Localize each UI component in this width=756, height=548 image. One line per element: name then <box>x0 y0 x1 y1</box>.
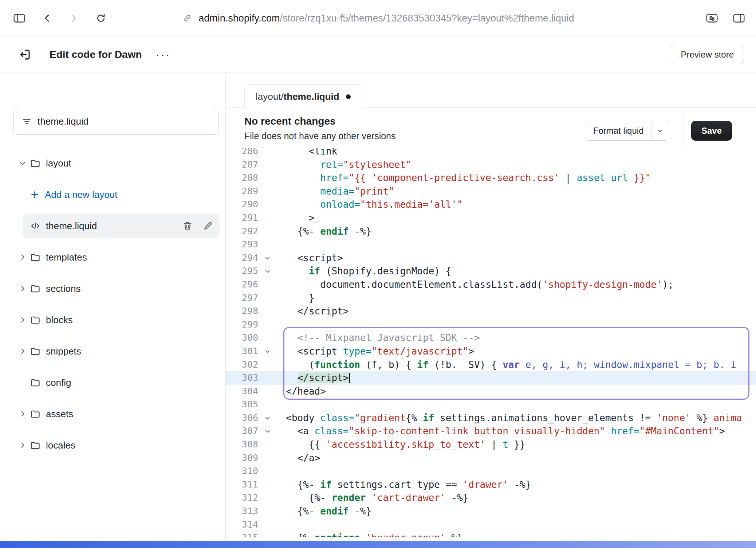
fold-toggle-icon[interactable] <box>260 411 275 425</box>
code-line-309[interactable]: 309 </a> <box>226 451 756 465</box>
chevron-right-icon[interactable] <box>18 253 27 261</box>
line-number: 314 <box>226 518 260 532</box>
unsaved-changes-dot <box>346 94 351 99</box>
code-line-293[interactable]: 293 <box>226 238 756 251</box>
line-number: 308 <box>226 438 260 451</box>
code-line-296[interactable]: 296 document.documentElement.classList.a… <box>226 278 756 291</box>
format-liquid-button[interactable]: Format liquid <box>585 121 669 141</box>
url-text: admin.shopify.com/store/rzq1xu-f5/themes… <box>198 13 574 24</box>
code-line-300[interactable]: 300 <!-- Mixpanel Javascript SDK --> <box>226 331 756 345</box>
folder-icon <box>30 158 41 169</box>
code-line-301[interactable]: 301 <script type="text/javascript"> <box>226 345 756 358</box>
folder-icon <box>30 440 41 451</box>
line-number: 311 <box>226 478 260 492</box>
code-line-303[interactable]: 303 </script> <box>226 371 756 385</box>
code-line-298[interactable]: 298 </script> <box>226 305 756 318</box>
code-editor[interactable]: 286 <link287 rel="stylesheet"288 href="{… <box>226 148 756 537</box>
tab-theme-liquid[interactable]: layout/theme.liquid <box>244 84 362 109</box>
line-number: 294 <box>226 251 260 265</box>
code-line-291[interactable]: 291 > <box>226 211 756 225</box>
code-line-292[interactable]: 292 {%- endif -%} <box>226 225 756 238</box>
code-line-313[interactable]: 313 {%- endif -%} <box>226 505 756 518</box>
chevron-right-icon[interactable] <box>18 441 27 449</box>
code-line-312[interactable]: 312 {%- render 'cart-drawer' -%} <box>226 491 756 505</box>
chevron-right-icon[interactable] <box>18 285 27 293</box>
code-line-315[interactable]: 315 {% sections 'header-group' %} <box>226 531 756 537</box>
code-line-305[interactable]: 305 <box>226 398 756 411</box>
line-number: 286 <box>226 148 260 158</box>
sidebar-toggle-icon[interactable] <box>13 13 25 24</box>
file-filter-input[interactable]: theme.liquid <box>13 108 218 135</box>
line-number: 301 <box>226 345 260 358</box>
line-number: 300 <box>226 331 260 345</box>
desktop-edge-strip <box>0 541 756 548</box>
fold-toggle-icon[interactable] <box>260 345 275 358</box>
divider <box>682 109 683 147</box>
line-number: 309 <box>226 451 260 465</box>
code-line-310[interactable]: 310 <box>226 465 756 478</box>
code-line-289[interactable]: 289 media="print" <box>226 185 756 198</box>
reload-icon[interactable] <box>95 13 106 24</box>
code-line-302[interactable]: 302 (function (f, b) { if (!b.__SV) { va… <box>226 358 756 372</box>
status-title: No recent changes <box>244 114 396 128</box>
code-line-306[interactable]: 306 <body class="gradient{% if settings.… <box>226 411 756 425</box>
back-icon[interactable] <box>42 13 52 24</box>
code-line-290[interactable]: 290 onload="this.media='all'" <box>226 198 756 211</box>
link-icon <box>182 13 193 24</box>
sidebar-item-config[interactable]: config <box>0 367 226 398</box>
sidebar-item-blocks[interactable]: blocks <box>0 304 226 336</box>
address-bar[interactable]: admin.shopify.com/store/rzq1xu-f5/themes… <box>182 0 574 36</box>
code-line-299[interactable]: 299 <box>226 318 756 332</box>
sidebar-item-assets[interactable]: assets <box>0 398 226 430</box>
folder-icon <box>30 314 41 325</box>
page-title: Edit code for Dawn <box>50 49 142 60</box>
sidebar-item-snippets[interactable]: snippets <box>0 336 226 367</box>
app-header: Edit code for Dawn ··· Preview store <box>0 36 756 73</box>
delete-icon[interactable] <box>182 220 193 231</box>
code-line-314[interactable]: 314 <box>226 518 756 532</box>
code-line-297[interactable]: 297 } <box>226 291 756 305</box>
code-line-311[interactable]: 311 {%- if settings.cart_type == 'drawer… <box>226 478 756 492</box>
extensions-icon[interactable] <box>706 13 718 24</box>
fold-toggle-icon[interactable] <box>260 265 275 278</box>
chevron-right-icon[interactable] <box>18 410 27 418</box>
code-line-286[interactable]: 286 <link <box>226 148 756 158</box>
line-number: 289 <box>226 185 260 198</box>
code-line-288[interactable]: 288 href="{{ 'component-predictive-searc… <box>226 171 756 185</box>
sidebar-item-layout[interactable]: layout <box>0 148 226 179</box>
code-file-icon <box>30 220 41 231</box>
line-number: 292 <box>226 225 260 238</box>
folder-icon <box>30 283 41 294</box>
chevron-right-icon[interactable] <box>18 316 27 324</box>
forward-icon[interactable] <box>68 13 79 24</box>
preview-store-button[interactable]: Preview store <box>671 45 744 64</box>
code-editor-panel: layout/theme.liquid No recent changes Fi… <box>226 73 756 541</box>
folder-icon <box>30 346 41 357</box>
folder-icon <box>30 252 41 263</box>
line-number: 313 <box>226 505 260 518</box>
save-button[interactable]: Save <box>691 121 732 141</box>
chevron-down-icon[interactable] <box>18 159 27 167</box>
line-number: 306 <box>226 411 260 425</box>
fold-toggle-icon[interactable] <box>260 424 275 438</box>
sidebar-item-sections[interactable]: sections <box>0 273 226 304</box>
line-number: 303 <box>226 371 260 385</box>
fold-toggle-icon[interactable] <box>260 251 275 265</box>
code-line-307[interactable]: 307 <a class="skip-to-content-link butto… <box>226 424 756 438</box>
chevron-down-icon[interactable] <box>651 127 669 134</box>
sidebar-item-locales[interactable]: locales <box>0 430 226 461</box>
code-line-308[interactable]: 308 {{ 'accessibility.skip_to_text' | t … <box>226 438 756 451</box>
sidebar-item-theme-liquid[interactable]: theme.liquid <box>0 210 226 242</box>
code-line-287[interactable]: 287 rel="stylesheet" <box>226 158 756 172</box>
edit-icon[interactable] <box>202 220 213 231</box>
panel-right-icon[interactable] <box>733 13 745 24</box>
chevron-right-icon[interactable] <box>18 347 27 355</box>
exit-button[interactable] <box>18 48 32 62</box>
more-actions-button[interactable]: ··· <box>156 51 171 58</box>
sidebar-item-add-layout[interactable]: Add a new layout <box>0 179 226 210</box>
code-line-295[interactable]: 295 if (Shopify.designMode) { <box>226 265 756 278</box>
sidebar-item-templates[interactable]: templates <box>0 242 226 273</box>
file-sidebar: theme.liquid layout Add a new layout the… <box>0 73 226 541</box>
code-line-304[interactable]: 304 </head> <box>226 385 756 398</box>
code-line-294[interactable]: 294 <script> <box>226 251 756 265</box>
